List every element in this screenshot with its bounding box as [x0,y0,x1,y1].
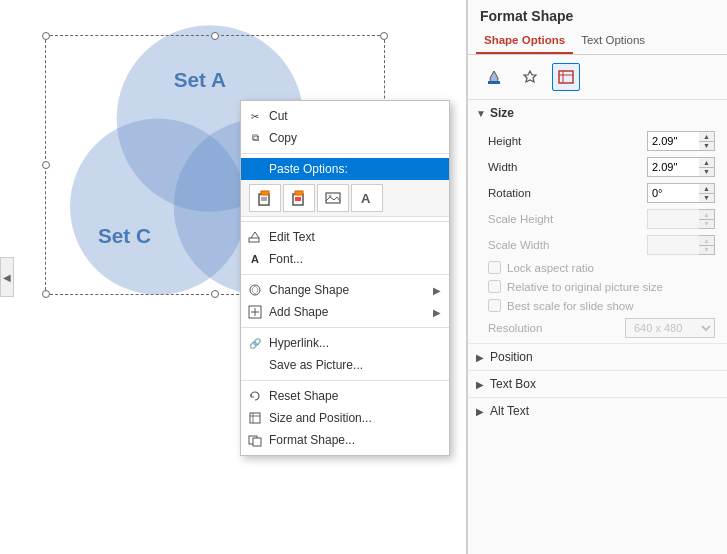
svg-point-18 [250,285,260,295]
menu-item-save-as-picture[interactable]: Save as Picture... [241,354,449,376]
scale-height-down: ▼ [699,219,715,230]
context-menu: ✂ Cut ⧉ Copy Paste Options: [240,100,450,456]
paste-btn-text[interactable]: A [351,184,383,212]
width-label: Width [488,161,647,173]
rotation-down[interactable]: ▼ [699,193,715,204]
menu-item-add-shape[interactable]: Add Shape ▶ [241,301,449,323]
resolution-row: Resolution 640 x 480 [468,315,727,341]
size-section-header[interactable]: ▼ Size [468,100,727,126]
paste-keep-icon [290,189,308,207]
menu-item-format-shape[interactable]: Format Shape... [241,429,449,451]
alttext-section: ▶ Alt Text [468,397,727,424]
change-shape-arrow: ▶ [433,285,441,296]
menu-section-format: Reset Shape Size and Position... Format … [241,381,449,455]
tab-text-options[interactable]: Text Options [573,28,653,54]
menu-item-paste-options: Paste Options: [241,158,449,180]
tab-shape-options[interactable]: Shape Options [476,28,573,54]
edit-text-icon [247,229,263,245]
svg-rect-27 [488,81,500,84]
svg-rect-26 [253,438,261,446]
svg-text:Set C: Set C [98,224,151,247]
svg-rect-29 [559,71,573,83]
size-properties-btn[interactable] [552,63,580,91]
relative-orig-label: Relative to original picture size [507,281,663,293]
hyperlink-icon: 🔗 [247,335,263,351]
format-shape-icon [247,432,263,448]
width-down[interactable]: ▼ [699,167,715,178]
copy-icon: ⧉ [247,130,263,146]
paste-options-bar: A [241,180,449,217]
height-down[interactable]: ▼ [699,141,715,152]
best-scale-checkbox [488,299,501,312]
menu-item-font[interactable]: A Font... [241,248,449,270]
svg-rect-7 [261,191,269,195]
paste-text-icon: A [358,189,376,207]
best-scale-label: Best scale for slide show [507,300,634,312]
lock-aspect-row: Lock aspect ratio [468,258,727,277]
rotation-spinner: ▲ ▼ [647,183,715,203]
menu-item-copy[interactable]: ⧉ Copy [241,127,449,149]
best-scale-row: Best scale for slide show [468,296,727,315]
scale-width-spinner-btns: ▲ ▼ [699,235,715,255]
paste-btn-keep[interactable] [283,184,315,212]
width-spinner: ▲ ▼ [647,157,715,177]
scroll-arrow[interactable]: ◀ [0,257,14,297]
menu-section-edit: ✂ Cut ⧉ Copy [241,101,449,154]
effects-icon [521,68,539,86]
position-arrow: ▶ [476,352,484,363]
position-header[interactable]: ▶ Position [468,344,727,370]
width-spinner-btns: ▲ ▼ [699,157,715,177]
menu-item-change-shape[interactable]: Change Shape ▶ [241,279,449,301]
scale-width-label: Scale Width [488,239,647,251]
menu-item-size-position[interactable]: Size and Position... [241,407,449,429]
menu-item-hyperlink[interactable]: 🔗 Hyperlink... [241,332,449,354]
svg-rect-11 [295,191,303,195]
scale-height-up: ▲ [699,209,715,219]
size-collapse-arrow: ▼ [476,108,486,119]
cut-icon: ✂ [247,108,263,124]
rotation-spinner-btns: ▲ ▼ [699,183,715,203]
relative-orig-row: Relative to original picture size [468,277,727,296]
paste-img-icon [324,189,342,207]
paste-btn-img[interactable] [317,184,349,212]
panel-icon-row [468,55,727,100]
alttext-arrow: ▶ [476,406,484,417]
reset-shape-icon [247,388,263,404]
change-shape-icon [247,282,263,298]
lock-aspect-label: Lock aspect ratio [507,262,594,274]
resolution-select-wrap: 640 x 480 [625,318,715,338]
menu-item-cut[interactable]: ✂ Cut [241,105,449,127]
panel-tabs: Shape Options Text Options [468,28,727,55]
svg-rect-17 [249,238,259,242]
textbox-header[interactable]: ▶ Text Box [468,371,727,397]
height-up[interactable]: ▲ [699,131,715,141]
paste-dest-icon [256,189,274,207]
resolution-select: 640 x 480 [625,318,715,338]
effects-btn[interactable] [516,63,544,91]
paste-btn-dest[interactable] [249,184,281,212]
menu-section-shape: Change Shape ▶ Add Shape ▶ [241,275,449,328]
alttext-header[interactable]: ▶ Alt Text [468,398,727,424]
scale-width-spinner: ▲ ▼ [647,235,715,255]
scale-width-down: ▼ [699,245,715,256]
textbox-arrow: ▶ [476,379,484,390]
width-up[interactable]: ▲ [699,157,715,167]
svg-text:A: A [361,191,371,206]
scale-height-spinner-btns: ▲ ▼ [699,209,715,229]
width-row: Width ▲ ▼ [468,154,727,180]
save-as-picture-icon [247,357,263,373]
menu-item-edit-text[interactable]: Edit Text [241,226,449,248]
menu-section-text: Edit Text A Font... [241,222,449,275]
textbox-section: ▶ Text Box [468,370,727,397]
size-section: ▼ Size Height ▲ ▼ Width [468,100,727,343]
lock-aspect-checkbox [488,261,501,274]
rotation-up[interactable]: ▲ [699,183,715,193]
menu-item-reset-shape[interactable]: Reset Shape [241,385,449,407]
scale-width-up: ▲ [699,235,715,245]
add-shape-icon [247,304,263,320]
panel-title: Format Shape [468,0,727,28]
menu-section-link: 🔗 Hyperlink... Save as Picture... [241,328,449,381]
fill-effects-btn[interactable] [480,63,508,91]
scale-height-spinner: ▲ ▼ [647,209,715,229]
position-section: ▶ Position [468,343,727,370]
